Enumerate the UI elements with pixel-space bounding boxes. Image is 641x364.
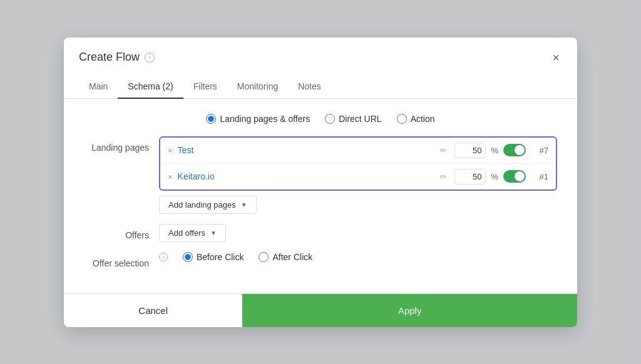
- lp-id-1: #1: [531, 172, 548, 181]
- cancel-button[interactable]: Cancel: [64, 294, 242, 327]
- lp-name-0: Test: [178, 145, 436, 155]
- offer-selection-info-icon[interactable]: i: [159, 253, 168, 261]
- tab-schema[interactable]: Schema (2): [118, 75, 183, 99]
- before-click-label: Before Click: [197, 252, 244, 262]
- lp-name-1: Keitaro.io: [178, 171, 436, 181]
- tab-notes[interactable]: Notes: [288, 75, 331, 99]
- offer-selection-options: i Before Click After Click: [159, 252, 557, 262]
- add-offers-arrow: ▼: [210, 230, 217, 236]
- lp-edit-1[interactable]: ✏: [440, 172, 447, 181]
- lp-edit-0[interactable]: ✏: [440, 146, 447, 155]
- tab-monitoring[interactable]: Monitoring: [227, 75, 288, 99]
- offer-selection-form-label: Offer selection: [84, 252, 159, 268]
- modal-body: Landing pages & offers Direct URL Action…: [64, 99, 577, 293]
- radio-landing-pages-label: Landing pages & offers: [220, 114, 310, 124]
- info-icon[interactable]: i: [145, 53, 155, 63]
- modal-title-text: Create Flow: [79, 51, 140, 64]
- radio-after-click[interactable]: After Click: [259, 252, 312, 262]
- close-button[interactable]: ×: [550, 50, 562, 65]
- modal-overlay: Create Flow i × Main Schema (2) Filters …: [0, 0, 641, 364]
- mode-radio-group: Landing pages & offers Direct URL Action: [84, 114, 557, 124]
- add-landing-pages-button[interactable]: Add landing pages ▼: [159, 196, 257, 214]
- lp-row-0: × Test ✏ % #7: [160, 138, 556, 164]
- landing-pages-box: × Test ✏ % #7 × Keitaro.io ✏: [159, 136, 557, 191]
- lp-row-1: × Keitaro.io ✏ % #1: [160, 164, 556, 190]
- modal-title: Create Flow i: [79, 51, 155, 64]
- lp-remove-1[interactable]: ×: [168, 173, 173, 181]
- lp-percent-label-0: %: [491, 146, 498, 155]
- radio-before-click[interactable]: Before Click: [183, 252, 244, 262]
- lp-percent-label-1: %: [491, 172, 498, 181]
- radio-action-label: Action: [411, 114, 435, 124]
- radio-action[interactable]: Action: [397, 114, 435, 124]
- add-offers-label: Add offers: [168, 228, 205, 238]
- tabs-bar: Main Schema (2) Filters Monitoring Notes: [64, 75, 577, 99]
- radio-direct-url-label: Direct URL: [339, 114, 381, 124]
- radio-landing-pages[interactable]: Landing pages & offers: [206, 114, 310, 124]
- lp-percent-0[interactable]: [454, 143, 486, 158]
- add-landing-pages-arrow: ▼: [241, 201, 247, 208]
- lp-toggle-0[interactable]: [503, 144, 526, 156]
- offers-content: Add offers ▼: [159, 224, 557, 242]
- apply-button[interactable]: Apply: [242, 294, 577, 327]
- offers-label: Offers: [84, 224, 159, 240]
- landing-pages-content: × Test ✏ % #7 × Keitaro.io ✏: [159, 136, 557, 214]
- add-landing-pages-label: Add landing pages: [168, 200, 236, 210]
- after-click-label: After Click: [272, 252, 312, 262]
- add-offers-button[interactable]: Add offers ▼: [159, 224, 226, 242]
- offer-selection-content: i Before Click After Click: [159, 252, 557, 262]
- landing-pages-row: Landing pages × Test ✏ % #7: [84, 136, 557, 214]
- radio-direct-url[interactable]: Direct URL: [325, 114, 381, 124]
- tab-filters[interactable]: Filters: [183, 75, 227, 99]
- lp-toggle-1[interactable]: [503, 170, 526, 183]
- modal-header: Create Flow i ×: [64, 38, 577, 65]
- create-flow-modal: Create Flow i × Main Schema (2) Filters …: [64, 38, 577, 327]
- lp-remove-0[interactable]: ×: [168, 146, 173, 154]
- landing-pages-label: Landing pages: [84, 136, 159, 153]
- tab-main[interactable]: Main: [79, 75, 118, 99]
- lp-percent-1[interactable]: [454, 169, 486, 185]
- lp-id-0: #7: [531, 146, 548, 155]
- offer-selection-label-text: Offer selection: [93, 258, 149, 268]
- modal-footer: Cancel Apply: [64, 293, 577, 327]
- offer-selection-row: Offer selection i Before Click After Cli…: [84, 252, 557, 268]
- offers-row: Offers Add offers ▼: [84, 224, 557, 242]
